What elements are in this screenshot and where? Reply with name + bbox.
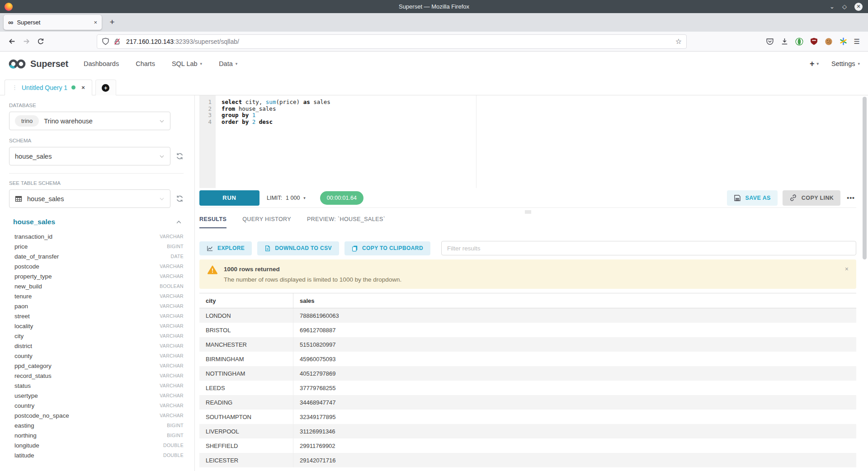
schema-column-row[interactable]: priceBIGINT [9,241,184,251]
table-row[interactable]: BRISTOL69612708887 [199,323,856,337]
ublock-shield-icon[interactable] [810,38,818,45]
schema-column-row[interactable]: districtVARCHAR [9,341,184,351]
browser-tab-superset[interactable]: ∞ Superset × [4,15,102,30]
close-circle-icon[interactable]: ✕ [854,3,863,11]
schema-column-row[interactable]: statusVARCHAR [9,381,184,391]
run-button[interactable]: RUN [199,190,259,206]
add-query-tab-button[interactable]: + [95,80,116,95]
privacy-mask-icon[interactable] [795,38,803,46]
refresh-schema-icon[interactable] [176,152,184,160]
nav-item-sql-lab[interactable]: SQL Lab▾ [172,60,202,67]
schema-column-row[interactable]: property_typeVARCHAR [9,271,184,281]
cookie-icon[interactable] [825,38,833,46]
column-header-sales[interactable]: sales [293,293,856,308]
schema-column-row[interactable]: ppd_categoryVARCHAR [9,361,184,371]
table-row[interactable]: READING34468947747 [199,395,856,410]
schema-column-row[interactable]: postcodeVARCHAR [9,261,184,271]
alert-close-icon[interactable]: × [845,265,849,273]
sql-editor[interactable]: 1234 select city, sum(price) as salesfro… [199,95,856,188]
schema-column-row[interactable]: new_buildBOOLEAN [9,281,184,291]
copy-to-clipboard-button[interactable]: COPY TO CLIPBOARD [344,241,430,255]
table-row[interactable]: NOTTINGHAM40512797869 [199,366,856,381]
minimize-chevron-icon[interactable]: ⌄ [830,4,835,9]
sql-lab-sidebar: DATABASE trino Trino warehouse SCHEMA ho… [0,95,195,471]
schema-column-row[interactable]: date_of_transferDATE [9,251,184,261]
schema-column-row[interactable]: northingBIGINT [9,430,184,440]
column-type: VARCHAR [160,273,184,279]
query-tab-title: Untitled Query 1 [22,84,67,91]
table-row[interactable]: MANCHESTER51510820997 [199,337,856,352]
alert-message: The number of rows displayed is limited … [224,276,401,283]
superset-favicon-icon: ∞ [8,19,13,26]
schema-column-row[interactable]: streetVARCHAR [9,311,184,321]
table-row[interactable]: SOUTHAMPTON32349177895 [199,410,856,424]
url-bar[interactable]: 217.160.120.143:32393/superset/sqllab/ ☆ [97,34,687,49]
pocket-icon[interactable] [766,38,774,46]
explore-button[interactable]: EXPLORE [199,241,252,255]
table-row[interactable]: LEEDS37779768255 [199,381,856,395]
more-actions-button[interactable]: ••• [845,194,856,202]
maximize-diamond-icon[interactable]: ◇ [842,4,847,9]
query-tab-untitled-query-1[interactable]: ⋮ Untitled Query 1 × [5,80,92,95]
download-icon[interactable] [781,38,788,45]
table-select[interactable]: house_sales [9,189,170,208]
column-header-city[interactable]: city [199,293,293,308]
tab-preview-house-sales[interactable]: PREVIEW: `HOUSE_SALES` [307,216,385,228]
editor-code[interactable]: select city, sum(price) as salesfrom hou… [216,95,856,188]
extension-icons: ☰ [766,38,863,46]
schema-column-row[interactable]: tenureVARCHAR [9,291,184,301]
schema-column-row[interactable]: usertypeVARCHAR [9,391,184,400]
settings-menu[interactable]: Settings▾ [831,60,860,67]
schema-column-row[interactable]: transaction_idVARCHAR [9,231,184,241]
pane-splitter[interactable] [199,208,856,216]
page-scrollbar[interactable] [862,95,868,471]
table-row[interactable]: LONDON788861960063 [199,308,856,323]
colorful-asterisk-icon[interactable] [840,38,847,45]
limit-dropdown[interactable]: LIMIT: 1 000 ▾ [267,195,306,201]
tab-query-history[interactable]: QUERY HISTORY [242,216,291,228]
schema-column-row[interactable]: record_statusVARCHAR [9,371,184,381]
table-row[interactable]: LEICESTER29142071716 [199,453,856,467]
drag-handle-icon[interactable]: ⋮ [12,84,18,91]
back-icon[interactable] [5,34,19,49]
shield-icon[interactable] [102,38,109,45]
nav-item-dashboards[interactable]: Dashboards [84,60,119,67]
download-csv-button[interactable]: DOWNLOAD TO CSV [257,241,339,255]
query-tab-close-icon[interactable]: × [81,84,85,91]
tab-close-icon[interactable]: × [94,19,97,26]
scrollbar-thumb[interactable] [863,97,867,259]
schema-column-row[interactable]: paonVARCHAR [9,301,184,311]
table-row[interactable]: LIVERPOOL31126991346 [199,424,856,438]
schema-select[interactable]: house_sales [9,147,170,165]
copy-link-button[interactable]: COPY LINK [783,190,840,206]
menu-icon[interactable]: ☰ [854,38,860,46]
filter-results-input[interactable] [441,241,856,255]
table-row[interactable]: BIRMINGHAM45960075093 [199,352,856,366]
table-heading[interactable]: house_sales [13,218,55,226]
schema-column-row[interactable]: longitudeDOUBLE [9,440,184,450]
bookmark-star-icon[interactable]: ☆ [675,37,682,46]
schema-column-row[interactable]: localityVARCHAR [9,321,184,331]
nav-item-data[interactable]: Data▾ [219,60,237,67]
table-row[interactable]: SHEFFIELD29911769902 [199,438,856,453]
url-text[interactable]: 217.160.120.143:32393/superset/sqllab/ [126,38,239,45]
schema-column-row[interactable]: postcode_no_spaceVARCHAR [9,410,184,420]
column-name: status [14,382,31,389]
reload-icon[interactable] [33,34,48,49]
schema-column-row[interactable]: eastingBIGINT [9,420,184,430]
nav-item-charts[interactable]: Charts [136,60,155,67]
schema-column-row[interactable]: countryVARCHAR [9,400,184,410]
save-as-button[interactable]: SAVE AS [727,190,778,206]
superset-brand[interactable]: Superset [8,59,68,69]
tab-results[interactable]: RESULTS [199,216,226,228]
schema-column-row[interactable]: cityVARCHAR [9,331,184,341]
lock-slash-icon[interactable] [113,38,121,45]
database-select[interactable]: trino Trino warehouse [9,112,170,130]
new-tab-button[interactable]: + [105,15,119,29]
refresh-tables-icon[interactable] [176,195,184,203]
collapse-chevron-up-icon[interactable] [176,219,182,225]
schema-column-row[interactable]: countyVARCHAR [9,351,184,361]
new-object-button[interactable]: +▾ [810,59,819,69]
schema-column-row[interactable]: latitudeDOUBLE [9,450,184,460]
forward-icon[interactable] [19,34,33,49]
